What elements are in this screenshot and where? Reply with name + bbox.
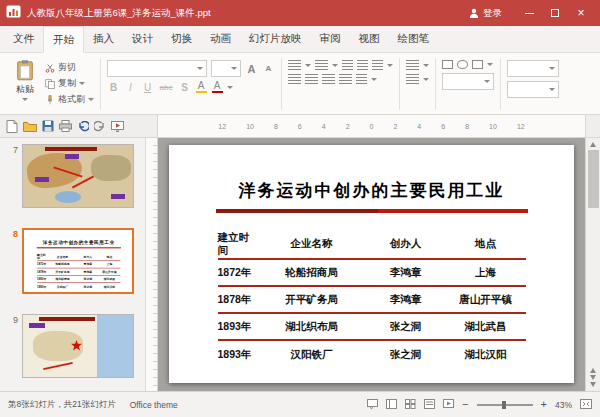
normal-view-icon[interactable] — [386, 399, 397, 411]
align-left-icon[interactable] — [288, 74, 301, 84]
table-cell[interactable]: 湖北汉阳 — [446, 340, 526, 367]
new-file-icon[interactable] — [6, 120, 18, 133]
notes-icon[interactable] — [367, 399, 378, 411]
previous-slide-button[interactable] — [590, 368, 596, 373]
quick-styles-select[interactable] — [507, 81, 559, 98]
table-cell[interactable]: 湖北武昌 — [99, 275, 121, 282]
maximize-button[interactable] — [542, 0, 568, 26]
open-folder-icon[interactable] — [23, 121, 37, 132]
table-cell[interactable]: 1878年 — [218, 286, 258, 313]
table-cell[interactable]: 汉阳铁厂 — [48, 283, 77, 290]
table-cell[interactable]: 湖北织布局 — [48, 275, 77, 282]
table-cell[interactable]: 张之洞 — [77, 275, 99, 282]
table-header-cell[interactable]: 地点 — [446, 229, 526, 259]
table-cell[interactable]: 开平矿务局 — [258, 286, 366, 313]
fit-to-window-icon[interactable] — [580, 399, 592, 411]
table-cell[interactable]: 轮船招商局 — [258, 259, 366, 286]
close-button[interactable]: × — [568, 0, 594, 26]
table-cell[interactable]: 1893年 — [37, 275, 48, 282]
table-cell[interactable]: 上海 — [99, 261, 121, 268]
table-cell[interactable]: 1878年 — [37, 268, 48, 275]
format-painter-button[interactable]: 格式刷 — [45, 92, 94, 107]
table-header-cell[interactable]: 企业名称 — [258, 229, 366, 259]
table-header-cell[interactable]: 建立时间 — [218, 229, 258, 259]
paste-button[interactable]: 粘贴 — [7, 56, 43, 112]
font-color-icon[interactable]: A — [211, 81, 223, 93]
table-cell[interactable]: 1872年 — [37, 261, 48, 268]
minimize-button[interactable] — [516, 0, 542, 26]
slideshow-view-icon[interactable] — [443, 399, 454, 411]
copy-button[interactable]: 复制 — [45, 76, 94, 91]
tab-view[interactable]: 视图 — [350, 26, 389, 52]
table-cell[interactable]: 1893年 — [218, 313, 258, 340]
scroll-up-icon[interactable] — [590, 142, 596, 147]
decrease-indent-icon[interactable] — [342, 60, 353, 70]
slide-7-thumbnail[interactable] — [22, 144, 134, 208]
save-icon[interactable] — [42, 120, 54, 132]
slide-8-thumbnail[interactable]: 洋务运动中创办的主要民用工业 建立时间 企业名称 创办人 地点 1872年 轮船… — [22, 228, 134, 294]
tab-slideshow[interactable]: 幻灯片放映 — [240, 26, 311, 52]
cut-button[interactable]: 剪切 — [45, 60, 94, 75]
table-cell[interactable]: 张之洞 — [366, 340, 446, 367]
font-size-select[interactable] — [211, 60, 241, 77]
undo-icon[interactable] — [77, 121, 89, 132]
table-header-cell[interactable]: 企业名称 — [48, 253, 77, 261]
shape-gallery-icon[interactable] — [472, 60, 483, 69]
table-cell[interactable]: 开平矿务局 — [48, 268, 77, 275]
slide[interactable]: 洋务运动中创办的主要民用工业 建立时间 企业名称 创办人 地点 1872年 轮船… — [169, 145, 574, 383]
table-cell[interactable]: 1893年 — [218, 340, 258, 367]
increase-indent-icon[interactable] — [357, 60, 368, 70]
table-cell[interactable]: 张之洞 — [366, 313, 446, 340]
rectangle-shape-icon[interactable] — [442, 60, 453, 69]
table-header-cell[interactable]: 地点 — [99, 253, 121, 261]
table-cell[interactable]: 李鸿章 — [366, 286, 446, 313]
table-cell[interactable]: 张之洞 — [77, 283, 99, 290]
align-right-icon[interactable] — [322, 74, 335, 84]
table-cell[interactable]: 上海 — [446, 259, 526, 286]
italic-icon[interactable]: I — [124, 82, 137, 93]
table-cell[interactable]: 轮船招商局 — [48, 261, 77, 268]
grow-font-icon[interactable]: A — [245, 63, 258, 75]
underline-icon[interactable]: U — [141, 82, 154, 93]
zoom-in-button[interactable]: + — [541, 399, 547, 410]
next-slide-button[interactable] — [590, 375, 596, 380]
slide-table[interactable]: 建立时间 企业名称 创办人 地点 1872年 轮船招商局 李鸿章 上海 1878… — [37, 253, 120, 290]
slide-title[interactable]: 洋务运动中创办的主要民用工业 — [24, 230, 133, 245]
print-icon[interactable] — [59, 120, 72, 132]
table-cell[interactable]: 唐山开平镇 — [99, 268, 121, 275]
bullets-icon[interactable] — [288, 60, 301, 70]
table-cell[interactable]: 1893年 — [37, 283, 48, 290]
slide-title[interactable]: 洋务运动中创办的主要民用工业 — [169, 145, 574, 202]
slide-9-thumbnail[interactable] — [22, 314, 134, 378]
slide-sorter-view-icon[interactable] — [405, 399, 416, 411]
strikethrough-icon[interactable]: abc — [158, 83, 174, 92]
align-center-icon[interactable] — [305, 74, 318, 84]
highlight-color-icon[interactable]: A — [195, 81, 207, 93]
table-header-cell[interactable]: 创办人 — [77, 253, 99, 261]
table-cell[interactable]: 湖北织布局 — [258, 313, 366, 340]
font-name-select[interactable] — [107, 60, 207, 77]
tab-design[interactable]: 设计 — [123, 26, 162, 52]
scrollbar-thumb[interactable] — [588, 150, 599, 208]
tab-drawing-pen[interactable]: 绘图笔 — [389, 26, 439, 52]
tab-file[interactable]: 文件 — [4, 26, 43, 52]
table-cell[interactable]: 湖北汉阳 — [99, 283, 121, 290]
shadow-icon[interactable]: S — [178, 82, 191, 93]
arrange-select[interactable] — [507, 60, 559, 77]
table-cell[interactable]: 李鸿章 — [77, 268, 99, 275]
login-button[interactable]: 登录 — [469, 7, 502, 20]
vertical-scrollbar[interactable] — [585, 138, 600, 391]
reading-view-icon[interactable] — [424, 399, 435, 411]
zoom-level[interactable]: 43% — [555, 400, 572, 410]
table-cell[interactable]: 唐山开平镇 — [446, 286, 526, 313]
slide-canvas[interactable]: 洋务运动中创办的主要民用工业 建立时间 企业名称 创办人 地点 1872年 轮船… — [158, 138, 585, 391]
table-cell[interactable]: 李鸿章 — [366, 259, 446, 286]
scroll-down-icon[interactable] — [590, 382, 596, 387]
numbering-icon[interactable] — [315, 60, 328, 70]
tab-review[interactable]: 审阅 — [311, 26, 350, 52]
zoom-slider[interactable] — [477, 404, 533, 406]
font-color-caret-icon[interactable] — [227, 86, 233, 89]
table-cell[interactable]: 1872年 — [218, 259, 258, 286]
ellipse-shape-icon[interactable] — [457, 60, 468, 69]
tab-transitions[interactable]: 切换 — [162, 26, 201, 52]
